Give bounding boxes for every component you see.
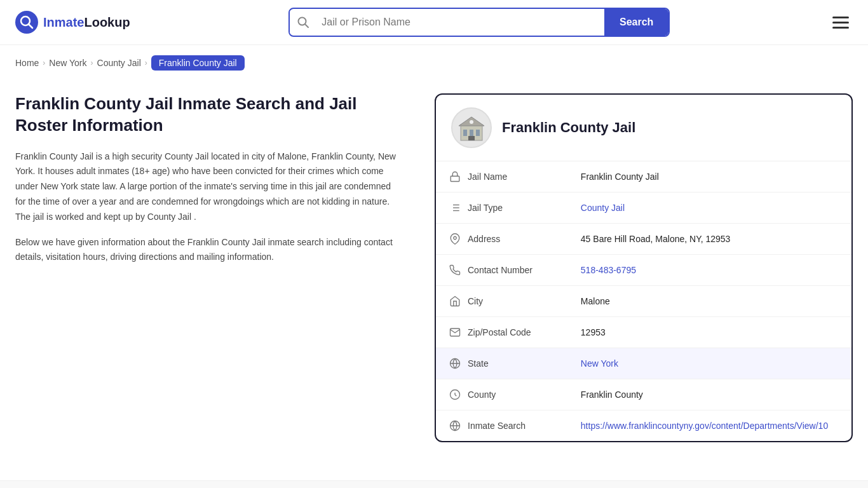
row-icon (449, 233, 461, 245)
logo[interactable]: InmateLookup (15, 11, 130, 34)
logo-text: InmateLookup (43, 15, 130, 30)
breadcrumb-current: Franklin County Jail (151, 55, 245, 71)
breadcrumb: Home › New York › County Jail › Franklin… (0, 45, 868, 81)
description-1: Franklin County Jail is a high security … (15, 149, 397, 225)
svg-line-3 (305, 24, 308, 27)
svg-point-9 (470, 120, 473, 124)
row-icon (449, 388, 461, 401)
table-row: Jail NameFranklin County Jail (436, 161, 851, 193)
row-icon (449, 419, 461, 432)
chevron-icon: › (43, 58, 45, 67)
card-header: Franklin County Jail (436, 95, 851, 161)
search-icon (290, 10, 316, 34)
table-row: CityMalone (436, 286, 851, 317)
right-panel: Franklin County Jail Jail NameFranklin C… (435, 93, 853, 442)
table-row: StateNew York (436, 348, 851, 379)
hamburger-menu[interactable] (829, 13, 853, 32)
svg-line-1 (29, 24, 32, 28)
breadcrumb-new-york[interactable]: New York (49, 58, 86, 68)
row-icon (449, 357, 461, 370)
description-2: Below we have given information about th… (15, 235, 397, 266)
page-title: Franklin County Jail Inmate Search and J… (15, 93, 397, 137)
search-input[interactable] (316, 10, 604, 34)
svg-rect-5 (463, 130, 467, 136)
table-row: Jail TypeCounty Jail (436, 193, 851, 224)
logo-icon (15, 11, 38, 34)
row-icon (449, 264, 461, 276)
breadcrumb-home[interactable]: Home (15, 58, 39, 68)
main-content: Franklin County Jail Inmate Search and J… (0, 81, 868, 455)
info-link[interactable]: 518-483-6795 (581, 265, 636, 275)
table-row: CountyFranklin County (436, 379, 851, 410)
info-link[interactable]: New York (581, 358, 618, 369)
card-title: Franklin County Jail (502, 119, 635, 136)
svg-rect-7 (476, 130, 480, 136)
row-icon (449, 326, 461, 339)
info-table: Jail NameFranklin County Jail Jail TypeC… (436, 161, 851, 441)
svg-rect-10 (468, 136, 475, 140)
row-icon (449, 295, 461, 308)
row-icon (449, 201, 461, 214)
footer (0, 480, 868, 488)
table-row: Zip/Postal Code12953 (436, 317, 851, 348)
search-button[interactable]: Search (604, 9, 668, 36)
svg-rect-6 (470, 130, 473, 136)
jail-avatar (451, 107, 492, 148)
chevron-icon-2: › (91, 58, 93, 67)
header: InmateLookup Search (0, 0, 868, 45)
info-link[interactable]: https://www.franklincountyny.gov/content… (581, 421, 828, 431)
svg-rect-11 (451, 176, 459, 181)
table-row: Address45 Bare Hill Road, Malone, NY, 12… (436, 224, 851, 255)
info-card: Franklin County Jail Jail NameFranklin C… (435, 93, 853, 442)
row-icon (449, 170, 461, 183)
info-link[interactable]: County Jail (581, 203, 625, 213)
search-wrapper: Search (288, 8, 670, 37)
left-panel: Franklin County Jail Inmate Search and J… (15, 93, 422, 442)
chevron-icon-3: › (145, 58, 147, 67)
table-row: Contact Number518-483-6795 (436, 255, 851, 286)
breadcrumb-county-jail[interactable]: County Jail (97, 58, 141, 68)
search-area: Search (288, 8, 670, 37)
svg-point-18 (454, 236, 457, 240)
table-row: Inmate Searchhttps://www.franklincountyn… (436, 410, 851, 442)
